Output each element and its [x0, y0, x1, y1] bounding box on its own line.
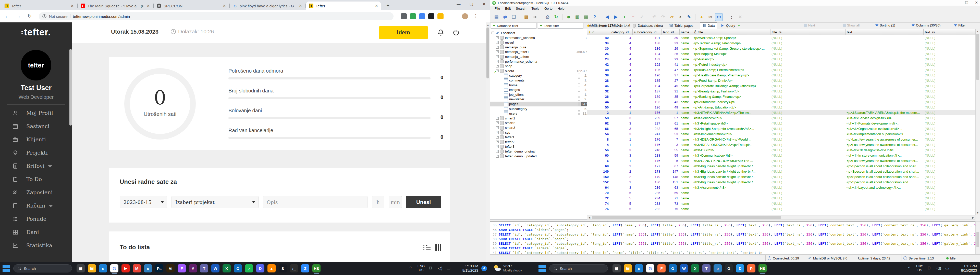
- grid-toolbar-sorting-[interactable]: Sorting (1): [875, 24, 895, 27]
- tree-node-subcategory[interactable]: subcategory5.9 KiB: [490, 106, 587, 111]
- tab-close-icon[interactable]: ✕: [223, 3, 226, 8]
- taskbar-app-excel[interactable]: X: [691, 264, 699, 272]
- column-header-text_rs[interactable]: text_rs: [924, 29, 976, 35]
- expand-icon[interactable]: +: [496, 60, 499, 63]
- tree-node-home[interactable]: home4.9 KiB: [490, 83, 587, 88]
- tree-node-pages[interactable]: pages61.9 KiB: [490, 101, 587, 106]
- grid-toolbar-filter[interactable]: Filter: [954, 24, 966, 27]
- browser-menu-icon[interactable]: ⋮: [473, 13, 479, 19]
- menu-file[interactable]: File: [492, 6, 503, 10]
- table-row[interactable]: 1502179148name<h3>Big Ideas can<br />lig…: [587, 174, 975, 180]
- sidebar-item-projekti[interactable]: Projekti: [0, 146, 72, 160]
- taskbar-app-teams[interactable]: T: [200, 264, 208, 272]
- weather-temp[interactable]: 26°C: [503, 264, 512, 268]
- taskbar-search[interactable]: Search: [13, 264, 72, 272]
- heidisql-tab-database[interactable]: Database: sidera: [630, 22, 666, 29]
- replace-icon[interactable]: ✎: [685, 13, 693, 21]
- tree-node-nemanja_pure[interactable]: +nemanja_pure: [490, 45, 587, 50]
- tree-node-sidera[interactable]: -✓sidera122.3 KiB: [490, 68, 587, 73]
- back-icon[interactable]: ←: [3, 12, 11, 21]
- window-close-button[interactable]: ✕: [478, 0, 490, 9]
- restore-icon[interactable]: ❐: [965, 0, 969, 5]
- post-changes-icon[interactable]: ✓: [638, 13, 646, 21]
- paste-icon[interactable]: ▨: [522, 13, 530, 21]
- dark-icon[interactable]: [428, 13, 434, 19]
- date-select[interactable]: 2023-08-15: [120, 196, 167, 208]
- tree-node-newsletter[interactable]: newsletter9.1 KiB: [490, 97, 587, 101]
- table-row[interactable]: 611765name<h3>CANDY KINGDOM</h3><p>The .…: [587, 158, 975, 163]
- heidisql-tab-table[interactable]: Table: pages: [667, 22, 699, 29]
- table-row[interactable]: 46419445name<p>Corporate Buildings &amp;…: [587, 83, 975, 89]
- minimize-icon[interactable]: —: [955, 0, 959, 5]
- expand-icon[interactable]: +: [496, 51, 499, 53]
- sql-log-scrollbar[interactable]: [975, 221, 980, 254]
- taskbar-app-edge[interactable]: e: [99, 264, 107, 272]
- weather-icon[interactable]: [493, 265, 501, 272]
- taskbar-app-steam[interactable]: S: [279, 264, 287, 272]
- profile-avatar[interactable]: [462, 13, 468, 19]
- taskbar-app-vscode[interactable]: ‹›: [144, 264, 152, 272]
- menu-help[interactable]: Help: [555, 6, 567, 10]
- heidisql-tab-query[interactable]: Query+: [718, 22, 743, 29]
- tree-node-Localhost[interactable]: -Localhost: [490, 30, 587, 35]
- taskbar-app-gmail[interactable]: M: [133, 264, 141, 272]
- expand-icon[interactable]: +: [496, 122, 499, 124]
- menu-go-to[interactable]: Go to: [542, 6, 555, 10]
- browser-tab[interactable]: ▶The Main Squeeze - "Have a🔉✕: [78, 2, 153, 10]
- table-row[interactable]: 42419241name<p>Petrol Industry</p>(NULL)…: [587, 62, 975, 67]
- help-icon[interactable]: ?: [591, 13, 598, 21]
- bell-icon[interactable]: [437, 29, 444, 36]
- scroll-up-icon[interactable]: ▲: [487, 24, 489, 26]
- submit-button[interactable]: Unesi: [406, 196, 441, 208]
- warning-ignore-icon[interactable]: ▲: [698, 13, 705, 21]
- tab-close-icon[interactable]: ✕: [299, 3, 302, 8]
- window-maximize-button[interactable]: ▢: [466, 0, 477, 9]
- taskbar-app-task-view[interactable]: ▦: [76, 264, 85, 272]
- expand-icon[interactable]: +: [496, 46, 499, 49]
- table-row[interactable]: 38419037name<p>Health care &amp; Pharmac…: [587, 73, 975, 78]
- delete-row-icon[interactable]: −: [629, 13, 637, 21]
- connect-icon[interactable]: ⇄: [501, 13, 509, 21]
- table-row[interactable]: 54324153name<h3>Implementation</h3>(NULL…: [587, 131, 975, 137]
- menu-edit[interactable]: Edit: [503, 6, 513, 10]
- table-row[interactable]: 58323957name<h3>Services</h3>(NULL)<ul><…: [587, 115, 975, 121]
- table-row[interactable]: 34418833name<p>Technic &amp; Telecom</p>…: [587, 41, 975, 46]
- network-icon[interactable]: ⌸: [429, 266, 432, 270]
- battery-icon[interactable]: ▭: [945, 266, 949, 271]
- redo-icon[interactable]: ↷: [659, 13, 667, 21]
- taskbar-app-postman[interactable]: P: [747, 264, 756, 272]
- hex-view-icon[interactable]: 0x: [706, 13, 714, 21]
- sidebar-item-brifovi[interactable]: Brifovi: [0, 160, 72, 173]
- tree-node-nemanja_teftern[interactable]: +nemanja_teftern: [490, 54, 587, 59]
- grid-toolbar-show-all[interactable]: Show all: [843, 24, 859, 27]
- session-manager-icon[interactable]: ▤: [493, 13, 500, 21]
- table-row[interactable]: 26418425name<p>Shopping Mall</p>(NULL)(N…: [587, 51, 975, 57]
- sidebar-item-dani[interactable]: Dani: [0, 226, 72, 239]
- export-table-icon[interactable]: ▥: [573, 13, 581, 21]
- copy-icon[interactable]: ❏: [510, 13, 517, 21]
- network-icon[interactable]: ⌸: [928, 266, 931, 270]
- tree-node-images[interactable]: images4.2 KiB: [490, 87, 587, 92]
- tree-node-smart2[interactable]: +smart2: [490, 120, 587, 125]
- sidebar-item-to-do[interactable]: To Do: [0, 173, 72, 186]
- column-header-lang_id[interactable]: lang_id: [662, 29, 679, 35]
- sidebar-item-sastanci[interactable]: Sastanci: [0, 120, 72, 133]
- taskbar-app-word[interactable]: W: [211, 264, 220, 272]
- insert-row-icon[interactable]: +: [620, 13, 628, 21]
- column-header-category_id[interactable]: category_id: [610, 29, 633, 35]
- table-row[interactable]: 811767name<h3>IDEA ORGANIC</h3><p>World …: [587, 137, 975, 142]
- table-row[interactable]: 40419139name<p>Wellness &amp; Spa</p>(NU…: [587, 35, 975, 41]
- column-header-text[interactable]: text: [845, 29, 924, 35]
- collapse-icon[interactable]: -: [492, 32, 494, 34]
- taskbar-app-terminal[interactable]: ›_: [290, 264, 298, 272]
- grid-toolbar-next[interactable]: Next: [804, 24, 815, 27]
- language-indicator[interactable]: ENGUS: [417, 264, 425, 272]
- language-indicator[interactable]: ENGUS: [916, 264, 923, 272]
- tree-node-tefter2[interactable]: +tefter2: [490, 139, 587, 144]
- speaker-icon[interactable]: ◁): [937, 266, 941, 271]
- table-row[interactable]: 56324055name<h3>CX</h3>(NULL)<ul><li>CX …: [587, 147, 975, 153]
- table-row[interactable]: 211761name<h3>STARK ARENA</h3><p>The sw.…: [587, 110, 975, 115]
- taskbar-app-task-view[interactable]: ▦: [612, 264, 620, 272]
- expand-icon[interactable]: +: [496, 131, 499, 134]
- table-row[interactable]: 24418323name<p>Retail</p>(NULL)(NULL): [587, 57, 975, 62]
